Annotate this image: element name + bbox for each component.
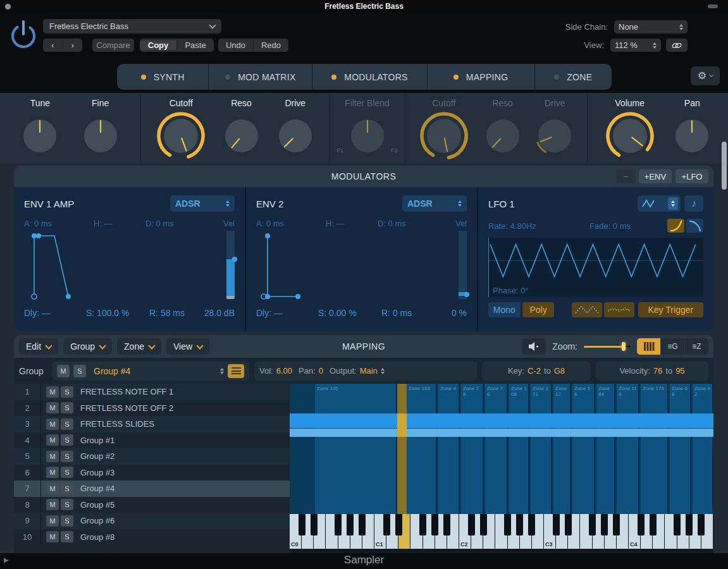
black-key[interactable] [650, 514, 657, 535]
env1-delay[interactable]: Dly: — [24, 308, 86, 318]
tune-knob[interactable]: Tune [20, 93, 60, 164]
row-mute-button[interactable]: M [46, 434, 59, 446]
pan-knob[interactable]: Pan [672, 93, 712, 164]
env1-hold[interactable]: H: — [94, 219, 145, 228]
black-key[interactable] [347, 514, 354, 535]
paste-button[interactable]: Paste [176, 40, 214, 50]
zone[interactable]: Zone 179 [641, 384, 669, 514]
pan-value[interactable]: 0 [319, 366, 323, 376]
keyboard[interactable]: C0C1C2C3C4 [290, 514, 713, 549]
black-key[interactable] [698, 514, 705, 535]
env2-graph[interactable] [256, 231, 451, 302]
black-key[interactable] [431, 514, 438, 535]
black-key[interactable] [613, 514, 620, 535]
row-solo-button[interactable]: S [61, 515, 73, 527]
row-mute-button[interactable]: M [46, 515, 59, 527]
lfo-waveform-display[interactable]: Phase: 0° [488, 238, 703, 297]
lfo-poly-button[interactable]: Poly [522, 302, 555, 317]
env2-decay[interactable]: D: 0 ms [378, 219, 455, 228]
row-solo-button[interactable]: S [61, 434, 73, 446]
black-key[interactable] [443, 514, 450, 535]
row-solo-button[interactable]: S [61, 499, 73, 510]
row-solo-button[interactable]: S [61, 483, 73, 494]
env2-delay[interactable]: Dly: — [256, 308, 318, 318]
link-button[interactable] [666, 39, 688, 52]
zone[interactable]: Zone 100 [315, 384, 397, 514]
volume-knob[interactable]: Volume [603, 93, 657, 164]
black-key[interactable] [565, 514, 572, 535]
group-row-8[interactable]: 8MSGroup #5 [14, 497, 290, 513]
zone-map[interactable]: Zone 100Zone 163Zone 4Zone 28Zone 76Zone… [290, 384, 713, 514]
zone-view-button[interactable]: ≡Z [685, 338, 708, 355]
black-key[interactable] [299, 514, 305, 535]
black-key[interactable] [674, 514, 681, 535]
velocity-low[interactable]: 76 [653, 366, 662, 376]
lfo-rate[interactable]: Rate: 4.80Hz [488, 221, 589, 231]
black-key[interactable] [359, 514, 366, 535]
row-mute-button[interactable]: M [46, 531, 59, 542]
edit-menu[interactable]: Edit [19, 338, 58, 355]
env1-vel-amount[interactable]: 28.0 dB [204, 308, 235, 318]
drive-knob[interactable]: Drive [275, 93, 316, 164]
view-zoom-stepper[interactable]: 112 % [610, 39, 661, 52]
zone[interactable]: Zone 4 [438, 384, 460, 514]
black-key[interactable] [504, 514, 511, 535]
reso-knob[interactable]: Reso [483, 93, 523, 164]
row-mute-button[interactable]: M [46, 451, 59, 462]
undo-button[interactable]: Undo [218, 40, 253, 50]
group-row-3[interactable]: 3MSFRETLESS SLIDES [14, 416, 290, 432]
lfo-bipolar-button[interactable] [572, 302, 602, 317]
env2-velocity-slider[interactable] [459, 231, 467, 299]
black-key[interactable] [395, 514, 402, 535]
filter-blend-knob[interactable]: Filter BlendF1F2 [345, 93, 390, 164]
output-value[interactable]: Main [360, 366, 378, 376]
zone[interactable]: Zone 12 [553, 384, 571, 514]
row-solo-button[interactable]: S [61, 467, 73, 478]
selected-group-name[interactable]: Group #4 [90, 366, 216, 376]
preset-select[interactable]: Fretless Electric Bass [43, 19, 221, 34]
side-chain-select[interactable]: None [614, 20, 688, 34]
row-solo-button[interactable]: S [61, 386, 73, 398]
group-mute-button[interactable]: M [57, 365, 70, 377]
keyboard-view-button[interactable] [637, 338, 660, 355]
row-solo-button[interactable]: S [61, 451, 73, 462]
black-key[interactable] [553, 514, 560, 535]
remove-modulator-button[interactable]: − [616, 169, 635, 183]
row-mute-button[interactable]: M [46, 402, 59, 413]
black-key[interactable] [638, 514, 645, 535]
next-preset-button[interactable]: › [63, 40, 83, 50]
group-row-10[interactable]: 10MSGroup #8 [14, 529, 290, 546]
row-mute-button[interactable]: M [46, 386, 59, 398]
drive-knob[interactable]: Drive [534, 93, 575, 164]
group-menu[interactable]: Group [63, 338, 112, 355]
tab-mapping[interactable]: MAPPING [427, 64, 534, 90]
group-row-5[interactable]: 5MSGroup #2 [14, 448, 290, 465]
zone[interactable]: Zone 76 [485, 384, 508, 514]
group-row-1[interactable]: 1MSFRETLESS NOTE OFF 1 [14, 384, 290, 400]
zone[interactable]: Zone 163 [407, 384, 437, 514]
env1-attack[interactable]: A: 0 ms [24, 219, 94, 228]
lfo-waveform-select[interactable] [638, 195, 681, 212]
settings-button[interactable]: ⚙ [691, 66, 720, 85]
compare-button[interactable]: Compare [92, 39, 134, 52]
black-key[interactable] [516, 514, 523, 535]
row-solo-button[interactable]: S [61, 531, 73, 542]
group-row-9[interactable]: 9MSGroup #6 [14, 513, 290, 529]
zone-menu[interactable]: Zone [117, 338, 161, 355]
black-key[interactable] [311, 514, 318, 535]
zone[interactable]: Zone 28 [461, 384, 484, 514]
env2-release[interactable]: R: 0 ms [381, 308, 452, 318]
vol-value[interactable]: 6.00 [276, 366, 292, 376]
group-menu-button[interactable] [228, 364, 244, 378]
env1-velocity-slider[interactable] [226, 231, 235, 299]
black-key[interactable] [383, 514, 390, 535]
black-key[interactable] [480, 514, 487, 535]
lfo-unipolar-button[interactable] [604, 302, 634, 317]
velocity-high[interactable]: 95 [676, 366, 684, 376]
tab-zone[interactable]: ZONE [534, 64, 612, 90]
zone[interactable]: Zone 108 [509, 384, 529, 514]
row-mute-button[interactable]: M [46, 419, 59, 430]
env2-sustain[interactable]: S: 0.00 % [318, 308, 381, 318]
key-trigger-button[interactable]: Key Trigger [638, 302, 703, 317]
row-mute-button[interactable]: M [46, 499, 59, 510]
